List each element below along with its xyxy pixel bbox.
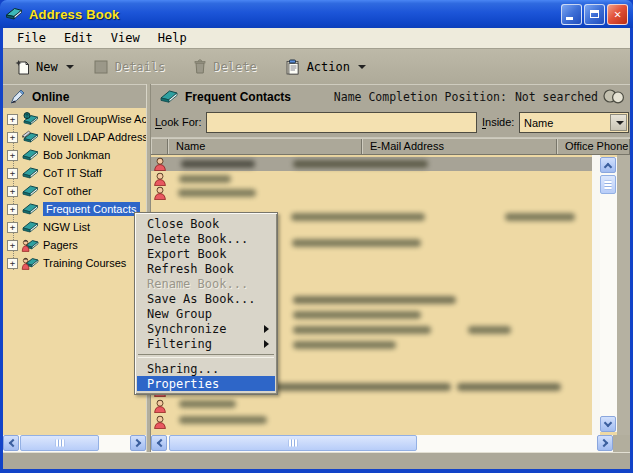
contact-person-icon bbox=[153, 157, 167, 171]
scroll-right-button[interactable] bbox=[597, 435, 613, 451]
tree-item-frequent-contacts[interactable]: + Frequent Contacts bbox=[3, 200, 146, 218]
menu-item-properties[interactable]: Properties bbox=[137, 376, 275, 391]
maximize-button[interactable] bbox=[584, 4, 605, 25]
menu-item-sharing[interactable]: Sharing... bbox=[137, 361, 275, 376]
new-button[interactable]: New bbox=[9, 54, 80, 80]
redacted-text bbox=[468, 326, 511, 334]
expand-plus-icon[interactable]: + bbox=[7, 150, 18, 161]
expand-plus-icon[interactable]: + bbox=[7, 240, 18, 251]
frequent-contacts-header: Frequent Contacts Name Completion Positi… bbox=[151, 84, 630, 108]
maximize-icon bbox=[590, 10, 599, 18]
redacted-text bbox=[179, 175, 231, 183]
action-dropdown-arrow-icon[interactable] bbox=[358, 65, 366, 69]
chevron-up-icon bbox=[604, 162, 612, 170]
redacted-text bbox=[293, 311, 421, 319]
close-button[interactable]: ✕ bbox=[607, 4, 628, 25]
icon-column-header[interactable] bbox=[151, 138, 168, 154]
new-dropdown-arrow-icon[interactable] bbox=[66, 65, 74, 69]
tree-item-pagers[interactable]: + Pagers bbox=[3, 236, 146, 254]
contact-table-header: Name E-Mail Address Office Phone bbox=[151, 137, 630, 155]
redacted-text bbox=[457, 383, 561, 391]
mnemonic-underline bbox=[482, 128, 486, 129]
book-person-icon bbox=[21, 238, 40, 252]
expand-plus-icon[interactable]: + bbox=[7, 114, 18, 125]
book-icon bbox=[21, 184, 40, 198]
redacted-text bbox=[293, 326, 431, 334]
menu-help[interactable]: Help bbox=[149, 30, 196, 46]
window-body: File Edit View Help New Details Delete bbox=[3, 28, 630, 469]
action-clipboard-icon bbox=[285, 59, 301, 75]
name-column-header[interactable]: Name bbox=[168, 138, 362, 154]
expand-plus-icon[interactable]: + bbox=[7, 222, 18, 233]
redacted-text bbox=[293, 160, 428, 168]
contact-person-icon bbox=[153, 172, 167, 186]
scroll-left-button[interactable] bbox=[3, 435, 19, 451]
look-for-input[interactable] bbox=[206, 112, 477, 133]
vertical-scroll-thumb[interactable] bbox=[600, 175, 616, 194]
contact-person-icon bbox=[153, 186, 167, 200]
scroll-up-button[interactable] bbox=[600, 157, 616, 173]
chevron-left-icon bbox=[8, 439, 16, 447]
vertical-scrollbar[interactable] bbox=[600, 157, 617, 432]
menu-item-refresh-book[interactable]: Refresh Book bbox=[137, 261, 275, 276]
book-icon bbox=[21, 148, 40, 162]
email-column-header[interactable]: E-Mail Address bbox=[362, 138, 557, 154]
menu-item-new-group[interactable]: New Group bbox=[137, 306, 275, 321]
book-icon bbox=[21, 166, 40, 180]
title-bar[interactable]: Address Book ✕ bbox=[0, 0, 633, 28]
expand-plus-icon[interactable]: + bbox=[7, 204, 18, 215]
address-book-tree: + Novell GroupWise Ac + Novell LDAP Addr… bbox=[3, 108, 146, 435]
status-bar bbox=[3, 452, 630, 469]
book-icon bbox=[21, 220, 40, 234]
list-horizontal-scrollbar[interactable] bbox=[151, 435, 613, 452]
expand-plus-icon[interactable]: + bbox=[7, 168, 18, 179]
tree-item-cot-it-staff[interactable]: + CoT IT Staff bbox=[3, 164, 146, 182]
scroll-right-button[interactable] bbox=[130, 435, 146, 451]
menu-item-save-as-book[interactable]: Save As Book... bbox=[137, 291, 275, 306]
chevron-down-icon bbox=[604, 418, 612, 426]
delete-button[interactable]: Delete bbox=[187, 54, 262, 80]
combo-dropdown-button[interactable] bbox=[610, 114, 627, 131]
menu-item-delete-book[interactable]: Delete Book... bbox=[137, 231, 275, 246]
chevron-left-icon bbox=[156, 439, 164, 447]
tree-item-novell-ldap[interactable]: + Novell LDAP Address bbox=[3, 128, 146, 146]
menu-item-synchronize[interactable]: Synchronize bbox=[137, 321, 275, 336]
tree-item-ngw-list[interactable]: + NGW List bbox=[3, 218, 146, 236]
redacted-text bbox=[505, 213, 575, 221]
book-icon bbox=[21, 202, 40, 216]
app-book-icon bbox=[5, 6, 23, 22]
pen-icon bbox=[9, 88, 26, 105]
tree-item-training-courses[interactable]: + Training Courses bbox=[3, 254, 146, 272]
binoculars-icon[interactable] bbox=[602, 88, 626, 105]
menu-item-close-book[interactable]: Close Book bbox=[137, 216, 275, 231]
menu-item-export-book[interactable]: Export Book bbox=[137, 246, 275, 261]
name-completion-value: Not searched bbox=[515, 90, 598, 104]
scroll-left-button[interactable] bbox=[151, 435, 167, 451]
details-button[interactable]: Details bbox=[88, 54, 172, 80]
action-button[interactable]: Action bbox=[279, 54, 372, 80]
redacted-text bbox=[179, 416, 267, 424]
contact-person-icon bbox=[153, 415, 167, 429]
menu-file[interactable]: File bbox=[8, 30, 55, 46]
expand-plus-icon[interactable]: + bbox=[7, 132, 18, 143]
menu-view[interactable]: View bbox=[102, 30, 149, 46]
chevron-right-icon bbox=[599, 439, 607, 447]
details-icon bbox=[94, 60, 109, 74]
expand-plus-icon[interactable]: + bbox=[7, 258, 18, 269]
inside-combobox[interactable]: Name bbox=[519, 112, 629, 133]
redacted-text bbox=[181, 160, 255, 168]
submenu-arrow-icon bbox=[264, 325, 269, 333]
left-panel-title: Online bbox=[32, 90, 69, 104]
tree-item-novell-groupwise[interactable]: + Novell GroupWise Ac bbox=[3, 110, 146, 128]
office-phone-column-header[interactable]: Office Phone bbox=[557, 138, 630, 154]
tree-item-cot-other[interactable]: + CoT other bbox=[3, 182, 146, 200]
scroll-down-button[interactable] bbox=[600, 416, 616, 432]
menu-item-filtering[interactable]: Filtering bbox=[137, 336, 275, 351]
expand-plus-icon[interactable]: + bbox=[7, 186, 18, 197]
menu-edit[interactable]: Edit bbox=[55, 30, 102, 46]
minimize-button[interactable] bbox=[561, 4, 582, 25]
tree-horizontal-scrollbar[interactable] bbox=[3, 435, 146, 452]
horizontal-scroll-thumb[interactable] bbox=[169, 435, 417, 451]
horizontal-scroll-thumb[interactable] bbox=[20, 435, 99, 451]
tree-item-bob-jonkman[interactable]: + Bob Jonkman bbox=[3, 146, 146, 164]
